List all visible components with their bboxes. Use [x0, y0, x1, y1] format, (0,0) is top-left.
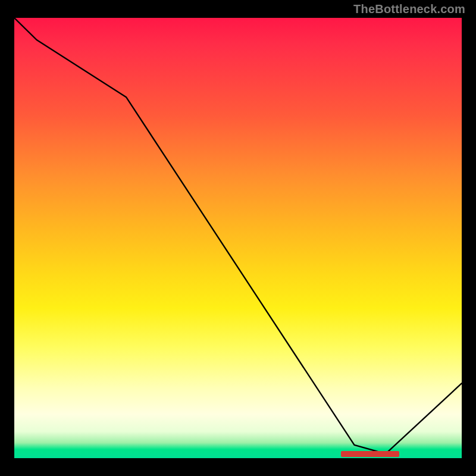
marker-bar — [341, 451, 399, 457]
bottleneck-curve — [14, 18, 462, 454]
attribution-text: TheBottleneck.com — [353, 2, 465, 16]
chart-container: TheBottleneck.com — [0, 0, 476, 476]
line-series — [14, 18, 462, 458]
plot-area — [14, 18, 462, 458]
